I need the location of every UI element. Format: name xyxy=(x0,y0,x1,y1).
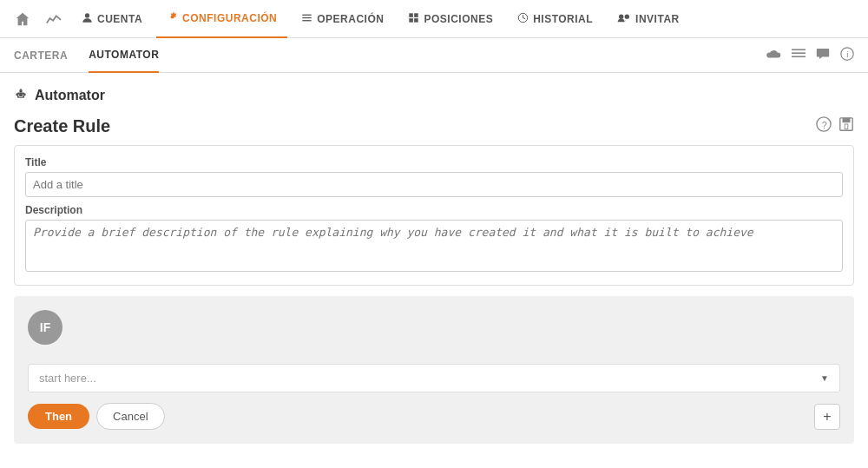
chat-icon[interactable] xyxy=(816,47,830,63)
svg-rect-11 xyxy=(792,49,806,50)
home-icon[interactable] xyxy=(9,5,36,33)
help-icon[interactable]: ? xyxy=(816,116,832,136)
svg-rect-7 xyxy=(415,18,419,23)
historial-icon xyxy=(517,12,529,26)
top-nav: CUENTA CONFIGURACIÓN OPERACIÓN POSICIONE… xyxy=(0,0,868,38)
svg-point-10 xyxy=(625,14,629,18)
nav-item-cuenta-label: CUENTA xyxy=(97,13,142,25)
svg-rect-6 xyxy=(410,18,414,23)
svg-text:i: i xyxy=(846,49,848,59)
svg-rect-21 xyxy=(19,96,23,97)
section-title: Automator xyxy=(35,88,105,103)
cuenta-icon xyxy=(82,12,93,26)
svg-point-20 xyxy=(23,95,24,96)
dropdown-arrow-icon: ▼ xyxy=(820,373,829,383)
svg-rect-27 xyxy=(843,118,851,122)
if-footer-left: Then Cancel xyxy=(28,403,165,430)
start-here-label: start here... xyxy=(39,372,96,385)
nav-item-posiciones[interactable]: POSICIONES xyxy=(398,0,503,38)
svg-rect-18 xyxy=(20,89,22,90)
nav-item-invitar-label: INVITAR xyxy=(635,13,680,25)
svg-rect-2 xyxy=(303,16,312,17)
description-label: Description xyxy=(25,204,843,216)
download-icon[interactable] xyxy=(838,116,854,136)
robot-icon xyxy=(14,87,28,104)
nav-item-configuracion-label: CONFIGURACIÓN xyxy=(182,12,277,24)
chart-icon[interactable] xyxy=(40,5,68,33)
form-card: Title Description xyxy=(14,145,854,286)
svg-rect-3 xyxy=(303,20,312,21)
plus-button[interactable]: + xyxy=(814,404,840,430)
operacion-icon xyxy=(301,12,312,26)
if-section: IF start here... ▼ Then Cancel + xyxy=(14,296,854,444)
cloud-icon[interactable] xyxy=(766,48,781,63)
svg-rect-1 xyxy=(303,14,312,15)
create-rule-title: Create Rule xyxy=(14,116,110,136)
svg-text:?: ? xyxy=(822,120,827,130)
invitar-icon xyxy=(617,12,631,26)
start-here-dropdown[interactable]: start here... ▼ xyxy=(28,364,840,392)
svg-point-0 xyxy=(85,13,89,17)
nav-item-posiciones-label: POSICIONES xyxy=(424,13,493,25)
if-badge: IF xyxy=(28,310,62,345)
create-rule-header: Create Rule ? xyxy=(14,116,854,136)
info-icon[interactable]: i xyxy=(840,47,854,64)
nav-item-operacion[interactable]: OPERACIÓN xyxy=(291,0,394,38)
svg-rect-22 xyxy=(16,93,17,96)
sub-nav-right-icons: i xyxy=(766,47,854,64)
sub-nav-cartera[interactable]: CARTERA xyxy=(14,38,68,73)
nav-item-invitar[interactable]: INVITAR xyxy=(607,0,690,38)
nav-item-cuenta[interactable]: CUENTA xyxy=(71,0,153,38)
title-input[interactable] xyxy=(25,172,843,197)
nav-item-operacion-label: OPERACIÓN xyxy=(317,13,384,25)
svg-rect-23 xyxy=(24,93,26,96)
sub-nav-automator[interactable]: AUTOMATOR xyxy=(89,38,159,73)
svg-point-19 xyxy=(18,95,20,96)
if-badge-wrapper: IF xyxy=(28,310,840,355)
cancel-button[interactable]: Cancel xyxy=(96,403,164,430)
create-rule-icons: ? xyxy=(816,116,854,136)
svg-rect-5 xyxy=(415,13,419,17)
nav-item-configuracion[interactable]: CONFIGURACIÓN xyxy=(156,0,287,38)
nav-item-historial-label: HISTORIAL xyxy=(533,13,593,25)
svg-point-9 xyxy=(619,14,623,18)
section-title-row: Automator xyxy=(14,87,854,104)
list-icon[interactable] xyxy=(792,48,806,63)
svg-rect-13 xyxy=(792,56,806,57)
svg-rect-28 xyxy=(845,124,848,129)
page-content: Automator Create Rule ? Title Descriptio… xyxy=(0,73,868,458)
if-footer: Then Cancel + xyxy=(28,403,840,430)
svg-rect-12 xyxy=(792,52,806,54)
svg-rect-4 xyxy=(410,13,414,17)
title-label: Title xyxy=(25,156,843,168)
sub-nav: CARTERA AUTOMATOR i xyxy=(0,38,868,73)
nav-item-historial[interactable]: HISTORIAL xyxy=(507,0,603,38)
then-button[interactable]: Then xyxy=(28,404,89,429)
posiciones-icon xyxy=(408,12,419,26)
configuracion-icon xyxy=(167,11,178,25)
description-textarea[interactable] xyxy=(25,220,843,272)
